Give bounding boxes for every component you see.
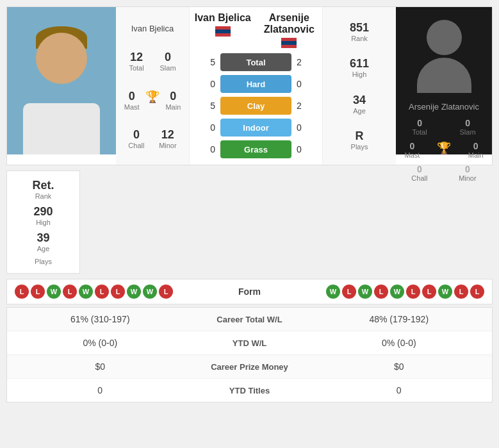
indoor-right: 0 — [297, 122, 316, 133]
ytd-wl-row: 0% (0-0) YTD W/L 0% (0-0) — [7, 331, 492, 355]
form-badge-l: L — [111, 285, 125, 299]
form-label: Form — [211, 286, 288, 297]
names-row: Ivan Bjelica Arsenije Zlatanovic — [190, 7, 322, 51]
left-chall-value: 0 — [128, 128, 144, 142]
clay-btn: Clay — [220, 97, 291, 115]
clay-left: 5 — [196, 101, 215, 111]
left-chall-label: Chall — [128, 142, 144, 149]
form-badge-w: W — [358, 285, 372, 299]
form-badge-l: L — [422, 285, 436, 299]
left-rank-box: Ret. Rank 290 High 39 Age Plays — [6, 170, 80, 274]
right-form-badges: WLWLWLLWLL — [288, 285, 485, 299]
form-badge-l: L — [63, 285, 77, 299]
right-plays-label: Plays — [351, 143, 368, 151]
center-comparison: Ivan Bjelica Arsenije Zlatanovic 5 — [190, 7, 322, 165]
right-rank-area: 851 Rank — [350, 21, 369, 42]
ytd-wl-label: YTD W/L — [186, 338, 314, 348]
clay-right: 2 — [297, 101, 316, 111]
form-badge-w: W — [438, 285, 452, 299]
left-age-value: 39 — [37, 231, 49, 245]
left-plays-label: Plays — [35, 258, 52, 265]
grass-right: 0 — [297, 144, 316, 154]
career-wl-right: 48% (179-192) — [314, 314, 485, 324]
match-stats: 5 Total 2 0 Hard 0 5 Clay — [190, 51, 322, 165]
sil-body — [417, 58, 471, 93]
right-plays-area: R Plays — [351, 129, 368, 151]
left-age-label: Age — [37, 245, 49, 253]
form-section: LLWLWLLWWL Form WLWLWLLWLL — [6, 279, 493, 304]
right-chall-minor: 0 Chall 0 Minor — [396, 164, 492, 182]
left-total-value: 12 — [129, 51, 143, 64]
right-total-label: Total — [412, 128, 427, 136]
right-mast-label: Mast — [404, 151, 420, 159]
left-chall-minor: 0 Chall 12 Minor — [121, 128, 184, 149]
player-comparison: Ivan Bjelica 12 Total 0 Slam 0 Mast — [6, 6, 493, 165]
form-row: LLWLWLLWWL Form WLWLWLLWLL — [7, 279, 492, 304]
grass-row: 0 Grass 0 — [196, 140, 316, 158]
form-badge-l: L — [406, 285, 420, 299]
ytd-wl-left: 0% (0-0) — [15, 338, 186, 348]
form-badge-l: L — [454, 285, 468, 299]
right-high-area: 611 High — [350, 57, 369, 78]
left-main-label: Main — [165, 103, 181, 111]
right-slam-label: Slam — [460, 128, 476, 136]
right-rank-value: 851 — [350, 21, 369, 35]
right-player-flag — [281, 38, 297, 48]
left-rank-label: Rank — [32, 192, 54, 200]
left-high-label2: High — [33, 219, 53, 226]
hard-row: 0 Hard 0 — [196, 75, 316, 93]
right-total-slam: 0 Total 0 Slam — [396, 118, 492, 136]
prize-row: $0 Career Prize Money $0 — [7, 355, 492, 379]
prize-label: Career Prize Money — [186, 362, 314, 372]
titles-left: 0 — [15, 385, 186, 395]
right-chall-value: 0 — [411, 164, 427, 174]
indoor-left: 0 — [196, 122, 215, 133]
right-chall-label: Chall — [411, 174, 427, 182]
right-minor-label: Minor — [459, 174, 477, 182]
right-player-stats: 851 Rank 611 High 34 Age R Plays — [322, 7, 396, 165]
left-minor-value: 12 — [159, 128, 177, 142]
career-wl-row: 61% (310-197) Career Total W/L 48% (179-… — [7, 308, 492, 331]
right-mast-main: 0 Mast 🏆 0 Main — [396, 141, 492, 159]
right-minor-value: 0 — [459, 164, 477, 174]
right-player-name-below: Arsenije Zlatanovic — [406, 98, 482, 114]
right-high-label: High — [350, 71, 369, 78]
main-container: Ivan Bjelica 12 Total 0 Slam 0 Mast — [0, 0, 499, 409]
right-trophy-icon: 🏆 — [437, 142, 451, 154]
clay-row: 5 Clay 2 — [196, 97, 316, 115]
grass-left: 0 — [196, 144, 215, 154]
form-badge-l: L — [470, 285, 484, 299]
grass-btn: Grass — [220, 140, 291, 158]
left-form-badges: LLWLWLLWWL — [15, 285, 211, 299]
left-main-value: 0 — [165, 90, 181, 103]
prize-left: $0 — [15, 361, 186, 372]
left-player-photo — [7, 7, 116, 154]
left-player-name-below: Ivan Bjelica — [129, 20, 176, 36]
left-player-name-area: Ivan Bjelica — [190, 12, 256, 48]
form-badge-l: L — [159, 285, 173, 299]
total-btn: Total — [220, 53, 291, 71]
form-badge-w: W — [326, 285, 340, 299]
total-right: 2 — [297, 57, 316, 67]
prize-right: $0 — [314, 361, 485, 372]
right-plays-value: R — [351, 129, 368, 143]
indoor-btn: Indoor — [220, 119, 291, 137]
right-mast-value: 0 — [404, 141, 420, 151]
form-badge-w: W — [390, 285, 404, 299]
stats-table: 61% (310-197) Career Total W/L 48% (179-… — [6, 307, 493, 402]
form-badge-l: L — [95, 285, 109, 299]
form-badge-w: W — [47, 285, 61, 299]
right-high-value: 611 — [350, 57, 369, 71]
right-rank-label: Rank — [350, 35, 369, 42]
total-row: 5 Total 2 — [196, 53, 316, 71]
left-player-stats: Ivan Bjelica 12 Total 0 Slam 0 Mast — [116, 7, 190, 165]
sil-head — [427, 20, 462, 55]
right-player-name: Arsenije Zlatanovic — [256, 12, 323, 35]
total-left: 5 — [196, 57, 215, 67]
form-badge-l: L — [342, 285, 356, 299]
form-badge-l: L — [31, 285, 45, 299]
form-badge-l: L — [15, 285, 29, 299]
titles-right: 0 — [314, 385, 485, 395]
form-badge-w: W — [143, 285, 157, 299]
right-total-value: 0 — [412, 118, 427, 128]
